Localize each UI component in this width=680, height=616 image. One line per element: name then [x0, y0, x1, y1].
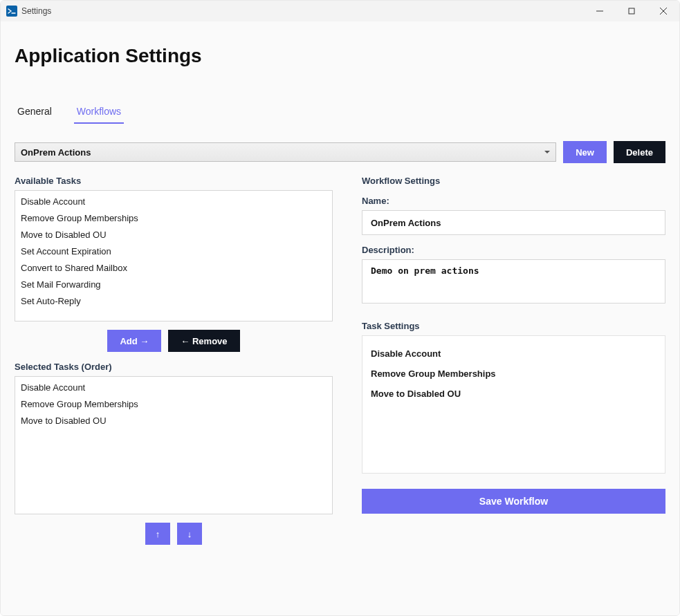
two-column-layout: Available Tasks Disable Account Remove G…: [15, 176, 665, 545]
workflow-toolbar: OnPrem Actions New Delete: [15, 141, 665, 163]
move-down-button[interactable]: ↓: [177, 523, 202, 545]
list-item[interactable]: Disable Account: [15, 380, 332, 396]
name-field[interactable]: [362, 210, 665, 235]
save-row: Save Workflow: [362, 489, 665, 514]
available-tasks-listbox[interactable]: Disable Account Remove Group Memberships…: [15, 190, 333, 321]
list-item[interactable]: Set Auto-Reply: [15, 293, 332, 310]
task-settings-item[interactable]: Disable Account: [371, 348, 656, 359]
minimize-button[interactable]: [584, 1, 616, 21]
tab-general[interactable]: General: [15, 102, 55, 124]
selected-tasks-label: Selected Tasks (Order): [15, 362, 333, 372]
app-icon: [6, 6, 17, 17]
description-label: Description:: [362, 245, 665, 255]
list-item[interactable]: Convert to Shared Mailbox: [15, 260, 332, 277]
list-item[interactable]: Set Account Expiration: [15, 243, 332, 260]
delete-button[interactable]: Delete: [614, 141, 665, 163]
workflow-settings-heading: Workflow Settings: [362, 176, 665, 186]
remove-button[interactable]: ← Remove: [168, 330, 239, 352]
list-item[interactable]: Remove Group Memberships: [15, 210, 332, 227]
task-settings-item[interactable]: Remove Group Memberships: [371, 368, 656, 379]
list-item[interactable]: Disable Account: [15, 194, 332, 210]
page-title: Application Settings: [15, 45, 679, 67]
workflow-select-value: OnPrem Actions: [21, 147, 91, 158]
workflow-select[interactable]: OnPrem Actions: [15, 142, 556, 162]
reorder-row: ↑ ↓: [15, 523, 333, 545]
window-title: Settings: [21, 6, 51, 16]
list-item[interactable]: Move to Disabled OU: [15, 227, 332, 243]
add-remove-row: Add → ← Remove: [15, 330, 333, 352]
window-titlebar: Settings: [1, 1, 679, 21]
list-item[interactable]: Remove Group Memberships: [15, 396, 332, 413]
tab-strip: General Workflows: [15, 102, 679, 124]
window-controls: [584, 1, 679, 21]
list-item[interactable]: Move to Disabled OU: [15, 413, 332, 429]
svg-rect-1: [629, 8, 634, 14]
new-button[interactable]: New: [563, 141, 607, 163]
close-button[interactable]: [647, 1, 679, 21]
task-settings-heading: Task Settings: [362, 321, 665, 331]
tab-workflows[interactable]: Workflows: [74, 102, 124, 124]
right-column: Workflow Settings Name: Description: Tas…: [362, 176, 665, 514]
task-settings-item[interactable]: Move to Disabled OU: [371, 389, 656, 399]
move-up-button[interactable]: ↑: [145, 523, 170, 545]
name-label: Name:: [362, 196, 665, 206]
task-settings-panel[interactable]: Disable Account Remove Group Memberships…: [362, 335, 665, 474]
available-tasks-label: Available Tasks: [15, 176, 333, 186]
list-item[interactable]: Set Mail Forwarding: [15, 277, 332, 293]
selected-tasks-listbox[interactable]: Disable Account Remove Group Memberships…: [15, 376, 333, 514]
add-button[interactable]: Add →: [107, 330, 161, 352]
maximize-button[interactable]: [616, 1, 647, 21]
left-column: Available Tasks Disable Account Remove G…: [15, 176, 333, 545]
client-area: Application Settings General Workflows O…: [1, 21, 679, 615]
save-workflow-button[interactable]: Save Workflow: [362, 489, 665, 514]
description-field[interactable]: [362, 259, 665, 304]
